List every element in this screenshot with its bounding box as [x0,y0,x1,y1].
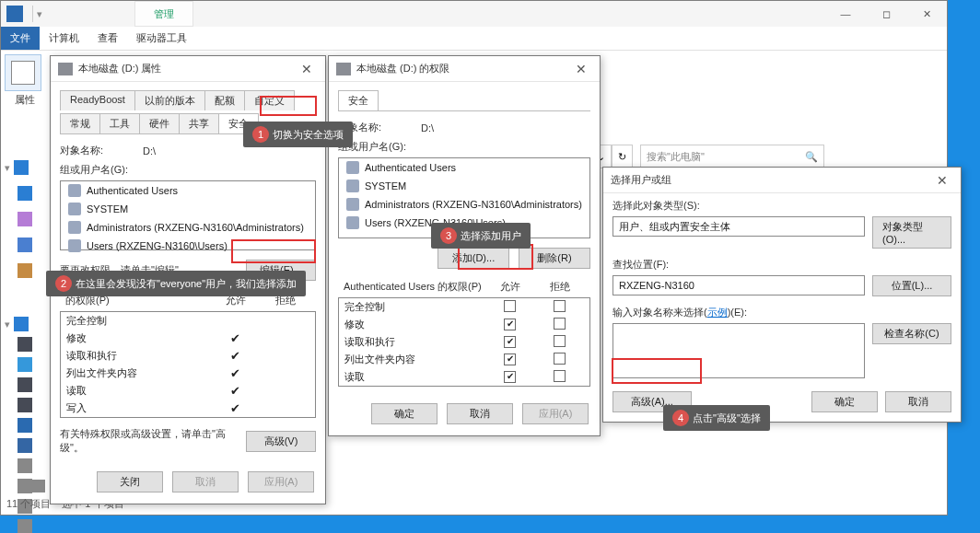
sidebar-icon[interactable] [18,186,32,201]
maximize-button[interactable]: ◻ [866,1,906,27]
allow-checkbox[interactable] [504,300,516,312]
cancel-button[interactable]: 取消 [885,391,951,412]
sidebar-icon[interactable] [18,458,32,473]
list-item: Administrators (RXZENG-N3160\Administrat… [339,195,589,214]
deny-checkbox[interactable] [554,318,566,330]
list-item: Authenticated Users [339,158,589,177]
properties-button[interactable] [5,54,41,91]
object-type-field: 用户、组或内置安全主体 [612,216,865,237]
callout-1: 1切换为安全选项 [243,122,353,147]
user-icon [346,216,359,229]
close-icon[interactable]: ✕ [296,62,318,76]
ribbon-tab-file[interactable]: 文件 [1,27,40,50]
allow-checkbox[interactable] [504,353,516,365]
titlebar-separator [32,6,33,22]
deny-checkbox[interactable] [554,353,566,365]
location-label: 查找位置(F): [612,258,951,272]
ok-button[interactable]: 确定 [371,403,438,424]
ribbon-tab-drivetools[interactable]: 驱动器工具 [127,27,196,50]
ok-button[interactable]: 确定 [811,391,878,412]
sidebar-icon[interactable] [18,238,32,252]
close-icon[interactable]: ✕ [570,62,592,76]
select-user-dialog: 选择用户或组 ✕ 选择此对象类型(S): 用户、组或内置安全主体 对象类型(O)… [602,167,962,423]
explorer-titlebar: ▾ 管理 此电脑 — ◻ ✕ [1,1,947,27]
group-users-label: 组或用户名(G): [338,140,590,154]
drive-icon [58,63,73,75]
cancel-button[interactable]: 取消 [447,403,513,424]
tab-security[interactable]: 安全 [338,90,379,110]
cancel-button[interactable]: 取消 [172,471,239,492]
sidebar-icon[interactable] [18,263,32,278]
sidebar-icon[interactable] [18,398,32,412]
tab-sharing[interactable]: 共享 [179,113,219,133]
apply-button[interactable]: 应用(A) [522,403,589,424]
this-pc-icon[interactable] [14,317,29,331]
deny-checkbox[interactable] [554,300,566,312]
user-icon [68,221,81,234]
sidebar-icon[interactable] [18,519,32,533]
list-item: SYSTEM [61,200,315,218]
drive-icon [336,63,351,75]
badge-4: 4 [672,410,689,426]
perm-row: 修改✔ [61,330,315,347]
nav-refresh[interactable]: ↻ [612,145,633,168]
object-names-input[interactable] [612,323,865,378]
close-icon[interactable]: ✕ [931,173,953,188]
permissions-list: 完全控制修改读取和执行列出文件夹内容读取 [338,297,590,387]
badge-3: 3 [440,227,457,244]
tab-previous[interactable]: 以前的版本 [134,90,205,110]
ribbon-tab-computer[interactable]: 计算机 [40,27,88,50]
perm-row: 修改 [339,316,589,333]
badge-1: 1 [252,126,269,143]
tab-readyboost[interactable]: ReadyBoost [60,90,135,110]
deny-checkbox[interactable] [554,370,566,382]
close-button[interactable]: 关闭 [97,471,163,492]
quick-access-icon[interactable] [14,160,29,175]
tab-tools[interactable]: 工具 [99,113,140,133]
sidebar-icon[interactable] [18,418,32,433]
locations-button[interactable]: 位置(L)... [872,275,951,296]
col-deny: 拒绝 [535,280,585,294]
allow-checkbox[interactable] [504,336,516,348]
tab-general[interactable]: 常规 [60,113,100,133]
qat-down-icon[interactable]: ▾ [37,8,42,20]
allow-checkbox[interactable] [504,371,516,383]
dialog-titlebar: 选择用户或组 ✕ [603,168,961,193]
explorer-ribbon: 文件 计算机 查看 驱动器工具 [1,27,947,51]
apply-button[interactable]: 应用(A) [248,471,314,492]
user-list[interactable]: Authenticated Users SYSTEM Administrator… [60,180,316,250]
sidebar-icon[interactable] [18,337,32,352]
sidebar-icon[interactable] [18,438,32,453]
advanced-button[interactable]: 高级(V) [246,431,316,452]
ribbon-tab-view[interactable]: 查看 [88,27,127,50]
example-link[interactable]: 示例 [707,307,728,318]
check-names-button[interactable]: 检查名称(C) [872,323,951,344]
tab-hardware[interactable]: 硬件 [139,113,180,133]
deny-checkbox[interactable] [554,335,566,347]
status-item-count: 11 个项目 [6,497,51,511]
object-name-value: D:\ [421,122,434,133]
add-button[interactable]: 添加(D)... [438,248,509,269]
allow-checkbox[interactable] [504,319,516,330]
advanced-hint: 有关特殊权限或高级设置，请单击"高级"。 [60,427,246,455]
drive-icon [29,480,45,492]
sidebar-icon[interactable] [18,377,32,392]
perm-row: 读取和执行 [339,333,589,351]
sidebar-icon[interactable] [18,357,32,372]
dialog-titlebar: 本地磁盘 (D:) 的权限 ✕ [329,56,600,82]
permissions-list: 完全控制修改✔读取和执行✔列出文件夹内容✔读取✔写入✔ [60,311,316,418]
tab-customize[interactable]: 自定义 [244,90,295,110]
search-placeholder: 搜索"此电脑" [647,150,705,164]
search-box[interactable]: 搜索"此电脑" 🔍 [640,145,824,168]
minimize-button[interactable]: — [825,1,866,27]
sidebar-icon[interactable] [18,212,32,226]
ribbon-context-tab[interactable]: 管理 [134,1,193,27]
remove-button[interactable]: 删除(R) [519,248,590,269]
tab-quota[interactable]: 配额 [204,90,245,110]
callout-4: 4点击"高级"选择 [663,405,770,431]
perm-row: 读取 [339,368,589,386]
perm-row: 读取✔ [61,382,315,400]
object-types-button[interactable]: 对象类型(O)... [872,216,951,249]
col-allow: 允许 [485,280,535,294]
close-button[interactable]: ✕ [906,1,947,27]
